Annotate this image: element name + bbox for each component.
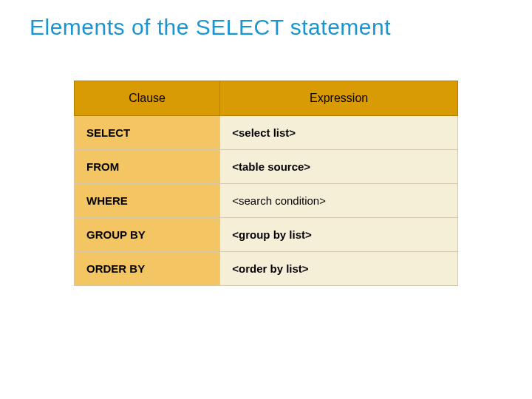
table-row: WHERE <search condition> — [75, 184, 458, 218]
cell-clause: GROUP BY — [75, 218, 220, 252]
table-row: GROUP BY <group by list> — [75, 218, 458, 252]
cell-expression: <select list> — [220, 116, 458, 150]
select-elements-table: Clause Expression SELECT <select list> F… — [74, 81, 458, 286]
cell-expression: <table source> — [220, 150, 458, 184]
table-row: FROM <table source> — [75, 150, 458, 184]
header-clause: Clause — [75, 81, 220, 116]
header-expression: Expression — [220, 81, 458, 116]
cell-clause: SELECT — [75, 116, 220, 150]
cell-clause: ORDER BY — [75, 252, 220, 286]
cell-clause: WHERE — [75, 184, 220, 218]
page-title: Elements of the SELECT statement — [30, 15, 502, 40]
table-header-row: Clause Expression — [75, 81, 458, 116]
cell-expression: <group by list> — [220, 218, 458, 252]
table-row: ORDER BY <order by list> — [75, 252, 458, 286]
table-container: Clause Expression SELECT <select list> F… — [30, 81, 502, 286]
table-row: SELECT <select list> — [75, 116, 458, 150]
cell-expression: <order by list> — [220, 252, 458, 286]
cell-clause: FROM — [75, 150, 220, 184]
cell-expression: <search condition> — [220, 184, 458, 218]
